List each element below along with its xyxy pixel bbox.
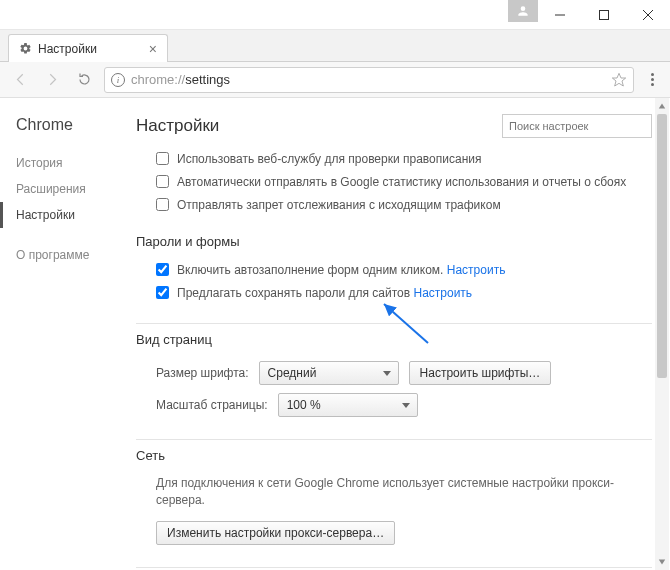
page-title: Настройки <box>136 116 502 136</box>
link-autofill-configure[interactable]: Настроить <box>447 263 506 277</box>
main-panel: Настройки Использовать веб-службу для пр… <box>128 98 670 570</box>
url-text: chrome://settings <box>131 72 605 87</box>
site-info-icon[interactable]: i <box>111 73 125 87</box>
section-title-appearance: Вид страниц <box>136 332 652 347</box>
tab-strip: Настройки × <box>0 30 670 62</box>
tab-title: Настройки <box>38 42 143 56</box>
divider <box>136 439 652 440</box>
font-size-label: Размер шрифта: <box>156 366 249 380</box>
proxy-settings-button[interactable]: Изменить настройки прокси-сервера… <box>156 521 395 545</box>
section-network: Сеть Для подключения к сети Google Chrom… <box>136 448 652 549</box>
scroll-thumb[interactable] <box>657 114 667 378</box>
window-close-button[interactable] <box>626 0 670 29</box>
svg-rect-1 <box>600 10 609 19</box>
section-passwords: Пароли и формы Включить автозаполнение ф… <box>136 234 652 305</box>
window-titlebar <box>0 0 670 30</box>
scroll-track[interactable] <box>655 114 669 554</box>
search-settings-input[interactable] <box>502 114 652 138</box>
forward-button[interactable] <box>40 68 64 92</box>
divider <box>136 323 652 324</box>
link-passwords-configure[interactable]: Настроить <box>413 286 472 300</box>
sidebar: Chrome История Расширения Настройки О пр… <box>0 98 128 570</box>
check-save-passwords[interactable]: Предлагать сохранять пароли для сайтов Н… <box>136 282 652 305</box>
page-zoom-select[interactable]: 100 % <box>278 393 418 417</box>
toolbar: i chrome://settings <box>0 62 670 98</box>
section-privacy-tail: Использовать веб-службу для проверки пра… <box>136 148 652 216</box>
section-title-network: Сеть <box>136 448 652 463</box>
scroll-down-button[interactable] <box>655 554 669 570</box>
network-desc: Для подключения к сети Google Chrome исп… <box>136 473 652 517</box>
check-usage-stats[interactable]: Автоматически отправлять в Google статис… <box>136 171 652 194</box>
scrollbar-vertical[interactable] <box>655 98 669 570</box>
check-spellcheck[interactable]: Использовать веб-службу для проверки пра… <box>136 148 652 171</box>
font-size-select[interactable]: Средний <box>259 361 399 385</box>
chrome-menu-button[interactable] <box>642 73 662 86</box>
tab-close-icon[interactable]: × <box>149 42 157 56</box>
gear-icon <box>19 42 32 55</box>
settings-content: Chrome История Расширения Настройки О пр… <box>0 98 670 570</box>
divider <box>136 567 652 568</box>
section-title-passwords: Пароли и формы <box>136 234 652 249</box>
check-autofill[interactable]: Включить автозаполнение форм одним клико… <box>136 259 652 282</box>
check-do-not-track[interactable]: Отправлять запрет отслеживания с исходящ… <box>136 194 652 217</box>
customize-fonts-button[interactable]: Настроить шрифты… <box>409 361 552 385</box>
sidebar-item-extensions[interactable]: Расширения <box>0 176 128 202</box>
sidebar-item-settings[interactable]: Настройки <box>0 202 128 228</box>
page-zoom-label: Масштаб страницы: <box>156 398 268 412</box>
tab-settings[interactable]: Настройки × <box>8 34 168 62</box>
window-minimize-button[interactable] <box>538 0 582 29</box>
window-maximize-button[interactable] <box>582 0 626 29</box>
address-bar[interactable]: i chrome://settings <box>104 67 634 93</box>
scroll-up-button[interactable] <box>655 98 669 114</box>
section-appearance: Вид страниц Размер шрифта: Средний Настр… <box>136 332 652 421</box>
reload-button[interactable] <box>72 68 96 92</box>
bookmark-star-icon[interactable] <box>611 72 627 88</box>
back-button[interactable] <box>8 68 32 92</box>
sidebar-item-history[interactable]: История <box>0 150 128 176</box>
sidebar-item-about[interactable]: О программе <box>0 242 128 268</box>
profile-avatar-button[interactable] <box>508 0 538 22</box>
brand-title: Chrome <box>16 116 128 134</box>
svg-marker-4 <box>612 73 625 86</box>
